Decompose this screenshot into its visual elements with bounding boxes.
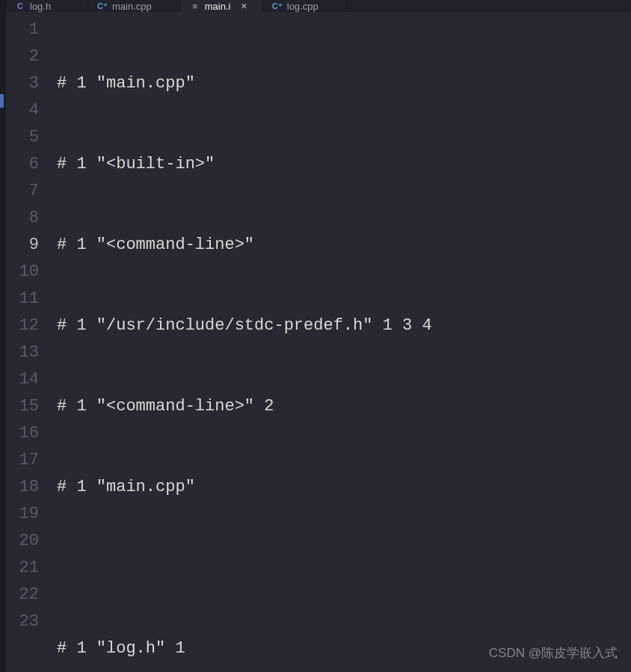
line-number: 2 xyxy=(6,43,39,70)
line-number: 18 xyxy=(6,474,39,501)
code-line xyxy=(57,555,631,582)
line-number: 16 xyxy=(6,420,39,447)
tab-bar: C log.h × C⁺ main.cpp × ≡ main.i × C⁺ lo… xyxy=(6,0,631,12)
line-number: 17 xyxy=(6,447,39,474)
code-line: # 1 "<command-line>" 2 xyxy=(57,393,631,420)
code-line: # 1 "log.h" 1 xyxy=(57,635,631,662)
tab-label: log.cpp xyxy=(287,1,318,12)
code-line: # 1 "/usr/include/stdc-predef.h" 1 3 4 xyxy=(57,312,631,339)
line-number: 19 xyxy=(6,501,39,528)
activity-marker xyxy=(0,94,4,108)
code-line: # 1 "main.cpp" xyxy=(57,474,631,501)
tab-main-cpp[interactable]: C⁺ main.cpp × xyxy=(88,0,181,12)
close-icon[interactable]: × xyxy=(238,0,250,12)
code-content[interactable]: # 1 "main.cpp" # 1 "<built-in>" # 1 "<co… xyxy=(57,12,631,672)
tab-label: main.cpp xyxy=(112,1,152,12)
c-file-icon: C xyxy=(15,1,25,11)
line-number: 11 xyxy=(6,286,39,312)
main-area: C log.h × C⁺ main.cpp × ≡ main.i × C⁺ lo… xyxy=(6,0,631,672)
line-number: 4 xyxy=(6,97,39,124)
tab-log-cpp[interactable]: C⁺ log.cpp × xyxy=(263,0,348,12)
tab-main-i[interactable]: ≡ main.i × xyxy=(181,0,263,12)
line-number: 6 xyxy=(6,151,39,178)
line-number: 20 xyxy=(6,528,39,555)
cpp-file-icon: C⁺ xyxy=(272,1,283,11)
line-number: 5 xyxy=(6,124,39,151)
code-line: # 1 "main.cpp" xyxy=(57,70,631,97)
line-number: 13 xyxy=(6,339,39,366)
line-number: 21 xyxy=(6,555,39,582)
tab-label: main.i xyxy=(205,1,231,12)
line-number: 10 xyxy=(6,259,39,286)
text-file-icon: ≡ xyxy=(190,1,200,11)
cpp-file-icon: C⁺ xyxy=(97,1,108,11)
editor-window: C log.h × C⁺ main.cpp × ≡ main.i × C⁺ lo… xyxy=(0,0,631,672)
line-number: 14 xyxy=(6,366,39,393)
line-number: 7 xyxy=(6,178,39,205)
activity-bar xyxy=(0,0,6,672)
tab-log-h[interactable]: C log.h × xyxy=(6,0,88,12)
code-line: # 1 "<built-in>" xyxy=(57,151,631,178)
line-number: 9 xyxy=(6,232,39,259)
code-editor[interactable]: 1 2 3 4 5 6 7 8 9 10 11 12 13 14 15 16 1… xyxy=(6,12,631,672)
code-line: # 1 "<command-line>" xyxy=(57,232,631,259)
line-number: 15 xyxy=(6,393,39,420)
line-number-gutter: 1 2 3 4 5 6 7 8 9 10 11 12 13 14 15 16 1… xyxy=(6,12,57,672)
line-number: 1 xyxy=(6,16,39,43)
line-number: 12 xyxy=(6,312,39,339)
tab-label: log.h xyxy=(30,1,51,12)
line-number: 3 xyxy=(6,70,39,97)
line-number: 8 xyxy=(6,205,39,232)
line-number: 23 xyxy=(6,608,39,635)
line-number: 22 xyxy=(6,582,39,608)
